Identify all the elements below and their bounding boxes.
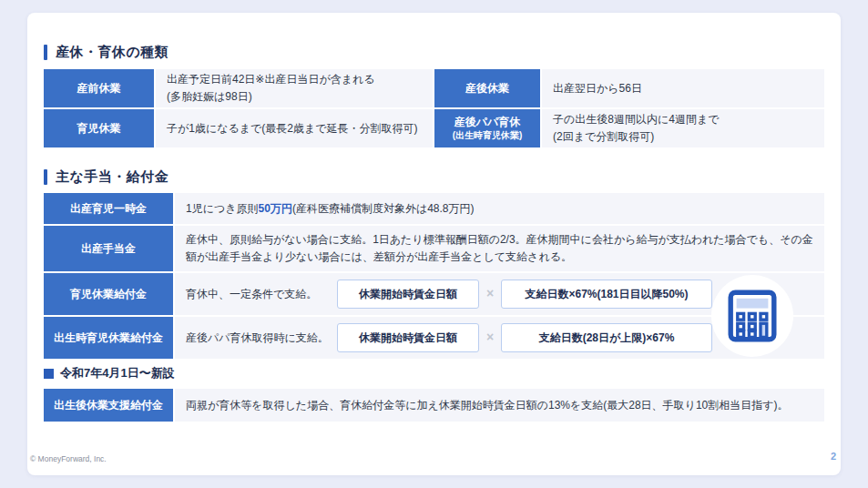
calculator-icon xyxy=(728,290,777,342)
support-benefit-desc: 両親が育休等を取得した場合、育休給付金等に加え休業開始時賃金日額の13%を支給(… xyxy=(175,389,824,422)
slide-card: 産休・育休の種類 産前休業 出産予定日前42日※出産日当日が含まれる (多胎妊娠… xyxy=(27,13,841,475)
leave-label-prenatal: 産前休業 xyxy=(44,69,154,107)
leave-desc-prenatal: 出産予定日前42日※出産日当日が含まれる (多胎妊娠は98日) xyxy=(156,69,433,107)
formula-days-box: 支給日数×67%(181日目以降50%) xyxy=(501,280,712,310)
leave-label-papa: 産後パパ育休 (出生時育児休業) xyxy=(434,109,540,147)
lump-sum-amount: 50万円 xyxy=(259,202,292,215)
support-benefit-label: 出生後休業支援給付金 xyxy=(44,389,173,422)
new-scheme-title: 令和7年4月1日〜新設 xyxy=(60,365,175,381)
leave-desc-childcare: 子が1歳になるまで(最長2歳まで延長・分割取得可) xyxy=(156,109,433,147)
leave-desc-postnatal: 出産翌日から56日 xyxy=(542,69,824,107)
benefit-label-maternity-allowance: 出産手当金 xyxy=(44,226,173,271)
benefit-desc-maternity-allowance: 産休中、原則給与がない場合に支給。1日あたり標準報酬日額の2/3。産休期間中に会… xyxy=(175,226,824,271)
multiply-icon: × xyxy=(480,284,500,304)
benefits-table: 出産育児一時金 1児につき原則50万円(産科医療補償制度対象外は48.8万円) … xyxy=(44,193,824,359)
leave-label-papa-sub: (出生時育児休業) xyxy=(453,129,523,142)
leave-label-postnatal: 産後休業 xyxy=(434,69,540,107)
leave-label-papa-main: 産後パパ育休 xyxy=(454,115,521,129)
benefit-label-lump-sum: 出産育児一時金 xyxy=(44,193,173,224)
benefit-desc-lump-sum: 1児につき原則50万円(産科医療補償制度対象外は48.8万円) xyxy=(175,193,824,224)
lump-sum-suffix: (産科医療補償制度対象外は48.8万円) xyxy=(292,202,475,215)
benefit-label-childcare-benefit: 育児休業給付金 xyxy=(44,273,173,315)
section-leave-types-title: 産休・育休の種類 xyxy=(44,43,168,61)
multiply-icon: × xyxy=(480,328,500,348)
leave-types-table: 産前休業 出産予定日前42日※出産日当日が含まれる (多胎妊娠は98日) 産後休… xyxy=(44,69,824,147)
leave-desc-papa: 子の出生後8週間以内に4週間まで (2回まで分割取得可) xyxy=(542,109,824,147)
paternity-benefit-intro: 産後パパ育休取得時に支給。 xyxy=(186,330,337,347)
section-heading: 産休・育休の種類 xyxy=(56,44,168,61)
blue-square-icon xyxy=(44,369,54,379)
formula-wage-box: 休業開始時賃金日額 xyxy=(337,280,479,310)
formula-days-box: 支給日数(28日が上限)×67% xyxy=(501,323,712,353)
accent-bar-icon xyxy=(44,45,47,60)
lump-sum-prefix: 1児につき原則 xyxy=(186,202,259,215)
accent-bar-icon xyxy=(44,169,47,185)
section-heading: 主な手当・給付金 xyxy=(56,168,168,186)
benefit-label-paternity-benefit: 出生時育児休業給付金 xyxy=(44,317,173,359)
page-number: 2 xyxy=(831,451,836,462)
formula-wage-box: 休業開始時賃金日額 xyxy=(337,323,479,353)
leave-label-childcare: 育児休業 xyxy=(44,109,154,147)
section-benefits-title: 主な手当・給付金 xyxy=(44,168,168,186)
childcare-benefit-intro: 育休中、一定条件で支給。 xyxy=(186,286,337,303)
calculator-badge xyxy=(711,275,793,357)
support-benefit-table: 出生後休業支援給付金 両親が育休等を取得した場合、育休給付金等に加え休業開始時賃… xyxy=(44,389,824,422)
copyright-text: © MoneyForward, Inc. xyxy=(30,454,107,463)
new-scheme-header: 令和7年4月1日〜新設 xyxy=(44,365,175,381)
